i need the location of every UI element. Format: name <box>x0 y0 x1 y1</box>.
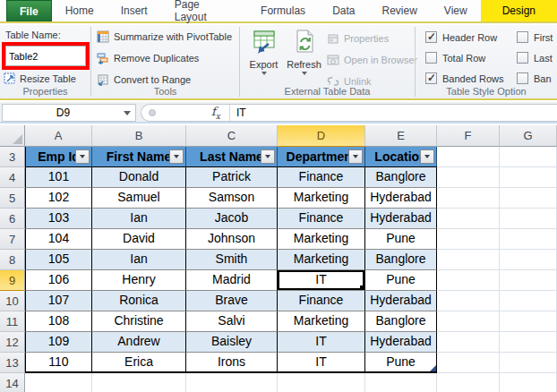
cell-G9[interactable] <box>500 270 557 291</box>
table-header-cell-E3[interactable]: Location <box>365 147 437 167</box>
cell-C5[interactable]: Samson <box>186 188 278 209</box>
cell-G11[interactable] <box>500 311 557 332</box>
cell-D6[interactable]: Finance <box>278 209 365 229</box>
tab-review[interactable]: Review <box>368 0 430 21</box>
table-resize-handle[interactable] <box>430 365 436 371</box>
name-box[interactable]: D9 <box>2 104 136 122</box>
cell-A4[interactable]: 101 <box>25 167 92 188</box>
cell-D14[interactable] <box>278 373 365 392</box>
cell-F9[interactable] <box>437 270 500 291</box>
cell-F14[interactable] <box>437 373 500 392</box>
cell-C11[interactable]: Salvi <box>186 311 278 332</box>
cell-F4[interactable] <box>437 167 500 188</box>
cell-A12[interactable]: 109 <box>25 332 92 353</box>
table-name-input[interactable] <box>5 46 86 66</box>
name-box-dropdown-icon[interactable] <box>124 111 131 115</box>
cell-A7[interactable]: 104 <box>25 229 92 250</box>
cell-C7[interactable]: Johnson <box>186 229 278 250</box>
cell-C10[interactable]: Brave <box>186 291 278 311</box>
cell-D9[interactable]: IT <box>278 270 365 291</box>
cell-G14[interactable] <box>500 373 557 392</box>
cell-E11[interactable]: Banglore <box>365 311 437 332</box>
tab-insert[interactable]: Insert <box>107 0 161 21</box>
cell-D10[interactable]: Finance <box>278 291 365 311</box>
formula-bar-splitter[interactable] <box>149 109 156 116</box>
column-header-F[interactable]: F <box>437 125 500 147</box>
cell-E10[interactable]: Hyderabad <box>365 291 437 311</box>
filter-dropdown-icon[interactable] <box>348 149 363 164</box>
column-header-A[interactable]: A <box>25 125 92 147</box>
column-header-C[interactable]: C <box>186 125 278 147</box>
cell-A9[interactable]: 106 <box>25 270 92 291</box>
tab-file[interactable]: File <box>6 0 52 21</box>
export-dropdown-arrow[interactable] <box>261 72 267 75</box>
table-header-cell-A3[interactable]: Emp Id <box>25 147 92 167</box>
tab-page-layout[interactable]: Page Layout <box>161 0 247 21</box>
cell-F12[interactable] <box>437 332 500 353</box>
cell-B7[interactable]: David <box>92 229 186 250</box>
cell-D4[interactable]: Finance <box>278 167 365 188</box>
cell-F10[interactable] <box>437 291 500 311</box>
cell-F6[interactable] <box>437 209 500 229</box>
cell-C12[interactable]: Baisley <box>186 332 278 353</box>
cell-D7[interactable]: Marketing <box>278 229 365 250</box>
cell-G7[interactable] <box>500 229 557 250</box>
cell-C9[interactable]: Madrid <box>186 270 278 291</box>
filter-dropdown-icon[interactable] <box>75 149 90 164</box>
cell-F3[interactable] <box>437 147 500 167</box>
cell-F13[interactable] <box>437 353 500 373</box>
cell-G12[interactable] <box>500 332 557 353</box>
row-header-12[interactable]: 12 <box>0 332 25 353</box>
cell-E4[interactable]: Banglore <box>365 167 437 188</box>
insert-function-button[interactable]: fx <box>211 105 220 121</box>
column-header-D[interactable]: D <box>278 125 365 147</box>
cell-A8[interactable]: 105 <box>25 250 92 270</box>
cell-E6[interactable]: Hyderabad <box>365 209 437 229</box>
cell-F8[interactable] <box>437 250 500 270</box>
cell-G10[interactable] <box>500 291 557 311</box>
row-header-4[interactable]: 4 <box>0 167 25 188</box>
cell-A14[interactable] <box>25 373 92 392</box>
cell-B6[interactable]: Ian <box>92 209 186 229</box>
cell-F11[interactable] <box>437 311 500 332</box>
first-column-checkbox-box[interactable] <box>517 31 528 43</box>
filter-dropdown-icon[interactable] <box>169 149 184 164</box>
row-header-10[interactable]: 10 <box>0 291 25 311</box>
cell-D5[interactable]: Marketing <box>278 188 365 209</box>
tab-data[interactable]: Data <box>319 0 368 21</box>
cell-D13[interactable]: IT <box>278 353 365 373</box>
row-header-8[interactable]: 8 <box>0 250 25 270</box>
cell-B13[interactable]: Erica <box>92 353 186 373</box>
row-header-13[interactable]: 13 <box>0 353 25 373</box>
row-header-7[interactable]: 7 <box>0 229 25 250</box>
cell-G3[interactable] <box>500 147 557 167</box>
cell-B11[interactable]: Christine <box>92 311 186 332</box>
row-header-5[interactable]: 5 <box>0 188 25 209</box>
last-column-checkbox-box[interactable] <box>517 52 528 64</box>
resize-table-button[interactable]: Resize Table <box>4 72 76 85</box>
cell-A6[interactable]: 103 <box>25 209 92 229</box>
cell-B8[interactable]: Ian <box>92 250 186 270</box>
cell-E7[interactable]: Pune <box>365 229 437 250</box>
summarize-with-pivottable-button[interactable]: Summarize with PivotTable <box>97 30 232 43</box>
cell-A11[interactable]: 108 <box>25 311 92 332</box>
cell-B12[interactable]: Andrew <box>92 332 186 353</box>
cell-E5[interactable]: Hyderabad <box>365 188 437 209</box>
convert-to-range-button[interactable]: Convert to Range <box>97 73 191 86</box>
banded-rows-checkbox[interactable]: Banded Rows <box>425 72 504 84</box>
header-row-checkbox[interactable]: Header Row <box>425 31 497 43</box>
tab-formulas[interactable]: Formulas <box>247 0 319 21</box>
refresh-dropdown-arrow[interactable] <box>302 72 307 75</box>
refresh-button[interactable]: Refresh <box>284 28 324 75</box>
cell-E13[interactable]: Pune <box>365 353 437 373</box>
cell-G8[interactable] <box>500 250 557 270</box>
filter-dropdown-icon[interactable] <box>261 149 275 164</box>
banded-columns-checkbox-box[interactable] <box>517 72 528 84</box>
table-header-cell-D3[interactable]: Department <box>278 147 365 167</box>
cell-C6[interactable]: Jacob <box>186 209 278 229</box>
cell-F7[interactable] <box>437 229 500 250</box>
export-button[interactable]: Export <box>244 28 284 75</box>
row-header-11[interactable]: 11 <box>0 311 25 332</box>
row-header-14[interactable]: 14 <box>0 373 25 392</box>
table-header-cell-B3[interactable]: First Name <box>92 147 186 167</box>
